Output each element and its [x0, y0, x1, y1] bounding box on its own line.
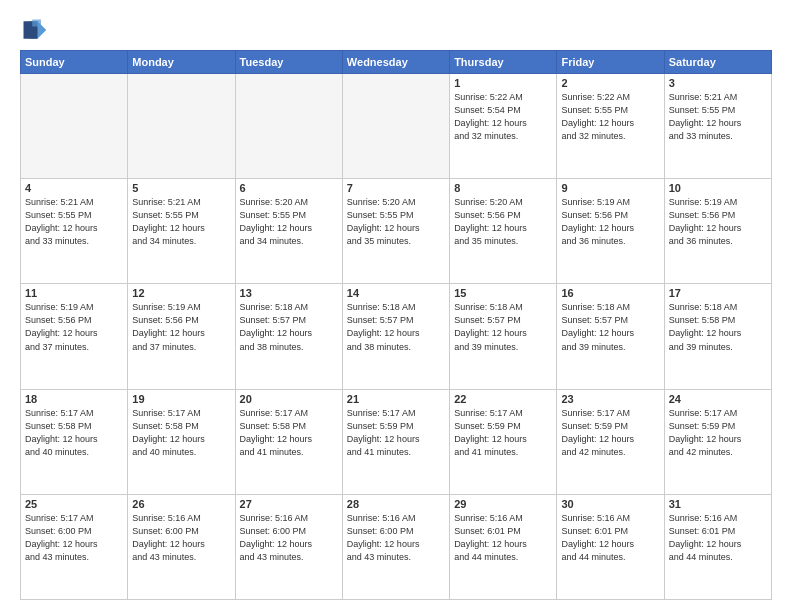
weekday-header: Tuesday	[235, 51, 342, 74]
calendar-cell	[128, 74, 235, 179]
day-number: 29	[454, 498, 552, 510]
calendar-cell: 2Sunrise: 5:22 AM Sunset: 5:55 PM Daylig…	[557, 74, 664, 179]
day-number: 17	[669, 287, 767, 299]
day-number: 1	[454, 77, 552, 89]
calendar-cell: 27Sunrise: 5:16 AM Sunset: 6:00 PM Dayli…	[235, 494, 342, 599]
calendar-week-row: 1Sunrise: 5:22 AM Sunset: 5:54 PM Daylig…	[21, 74, 772, 179]
day-number: 6	[240, 182, 338, 194]
day-number: 16	[561, 287, 659, 299]
day-number: 19	[132, 393, 230, 405]
calendar-cell: 17Sunrise: 5:18 AM Sunset: 5:58 PM Dayli…	[664, 284, 771, 389]
calendar-cell: 18Sunrise: 5:17 AM Sunset: 5:58 PM Dayli…	[21, 389, 128, 494]
day-info: Sunrise: 5:17 AM Sunset: 5:59 PM Dayligh…	[669, 407, 767, 459]
day-number: 4	[25, 182, 123, 194]
day-info: Sunrise: 5:18 AM Sunset: 5:57 PM Dayligh…	[347, 301, 445, 353]
day-number: 26	[132, 498, 230, 510]
day-number: 7	[347, 182, 445, 194]
day-info: Sunrise: 5:19 AM Sunset: 5:56 PM Dayligh…	[132, 301, 230, 353]
calendar-week-row: 11Sunrise: 5:19 AM Sunset: 5:56 PM Dayli…	[21, 284, 772, 389]
day-info: Sunrise: 5:21 AM Sunset: 5:55 PM Dayligh…	[132, 196, 230, 248]
day-number: 2	[561, 77, 659, 89]
header	[20, 16, 772, 44]
day-info: Sunrise: 5:21 AM Sunset: 5:55 PM Dayligh…	[669, 91, 767, 143]
day-info: Sunrise: 5:16 AM Sunset: 6:00 PM Dayligh…	[132, 512, 230, 564]
calendar-week-row: 18Sunrise: 5:17 AM Sunset: 5:58 PM Dayli…	[21, 389, 772, 494]
calendar-cell: 8Sunrise: 5:20 AM Sunset: 5:56 PM Daylig…	[450, 179, 557, 284]
calendar-cell: 20Sunrise: 5:17 AM Sunset: 5:58 PM Dayli…	[235, 389, 342, 494]
calendar-header-row: SundayMondayTuesdayWednesdayThursdayFrid…	[21, 51, 772, 74]
calendar-cell: 4Sunrise: 5:21 AM Sunset: 5:55 PM Daylig…	[21, 179, 128, 284]
day-number: 8	[454, 182, 552, 194]
day-info: Sunrise: 5:16 AM Sunset: 6:01 PM Dayligh…	[669, 512, 767, 564]
calendar-cell: 16Sunrise: 5:18 AM Sunset: 5:57 PM Dayli…	[557, 284, 664, 389]
calendar-cell: 12Sunrise: 5:19 AM Sunset: 5:56 PM Dayli…	[128, 284, 235, 389]
weekday-header: Thursday	[450, 51, 557, 74]
day-info: Sunrise: 5:22 AM Sunset: 5:54 PM Dayligh…	[454, 91, 552, 143]
day-number: 14	[347, 287, 445, 299]
calendar-week-row: 4Sunrise: 5:21 AM Sunset: 5:55 PM Daylig…	[21, 179, 772, 284]
day-info: Sunrise: 5:17 AM Sunset: 5:58 PM Dayligh…	[240, 407, 338, 459]
weekday-header: Monday	[128, 51, 235, 74]
calendar-cell	[21, 74, 128, 179]
day-info: Sunrise: 5:17 AM Sunset: 5:59 PM Dayligh…	[347, 407, 445, 459]
calendar-cell: 29Sunrise: 5:16 AM Sunset: 6:01 PM Dayli…	[450, 494, 557, 599]
calendar-cell: 5Sunrise: 5:21 AM Sunset: 5:55 PM Daylig…	[128, 179, 235, 284]
calendar-cell: 26Sunrise: 5:16 AM Sunset: 6:00 PM Dayli…	[128, 494, 235, 599]
calendar-cell: 14Sunrise: 5:18 AM Sunset: 5:57 PM Dayli…	[342, 284, 449, 389]
day-number: 13	[240, 287, 338, 299]
day-number: 23	[561, 393, 659, 405]
weekday-header: Saturday	[664, 51, 771, 74]
calendar-cell: 23Sunrise: 5:17 AM Sunset: 5:59 PM Dayli…	[557, 389, 664, 494]
logo-icon	[20, 16, 48, 44]
calendar-cell: 3Sunrise: 5:21 AM Sunset: 5:55 PM Daylig…	[664, 74, 771, 179]
calendar-cell: 11Sunrise: 5:19 AM Sunset: 5:56 PM Dayli…	[21, 284, 128, 389]
day-info: Sunrise: 5:21 AM Sunset: 5:55 PM Dayligh…	[25, 196, 123, 248]
day-number: 27	[240, 498, 338, 510]
day-info: Sunrise: 5:16 AM Sunset: 6:01 PM Dayligh…	[454, 512, 552, 564]
day-info: Sunrise: 5:19 AM Sunset: 5:56 PM Dayligh…	[561, 196, 659, 248]
day-info: Sunrise: 5:16 AM Sunset: 6:00 PM Dayligh…	[347, 512, 445, 564]
day-info: Sunrise: 5:18 AM Sunset: 5:58 PM Dayligh…	[669, 301, 767, 353]
svg-marker-3	[32, 20, 41, 27]
day-number: 12	[132, 287, 230, 299]
calendar-cell	[235, 74, 342, 179]
calendar-cell: 25Sunrise: 5:17 AM Sunset: 6:00 PM Dayli…	[21, 494, 128, 599]
weekday-header: Sunday	[21, 51, 128, 74]
day-info: Sunrise: 5:17 AM Sunset: 5:59 PM Dayligh…	[561, 407, 659, 459]
weekday-header: Wednesday	[342, 51, 449, 74]
day-info: Sunrise: 5:20 AM Sunset: 5:55 PM Dayligh…	[240, 196, 338, 248]
calendar-cell: 6Sunrise: 5:20 AM Sunset: 5:55 PM Daylig…	[235, 179, 342, 284]
day-info: Sunrise: 5:20 AM Sunset: 5:55 PM Dayligh…	[347, 196, 445, 248]
calendar-cell	[342, 74, 449, 179]
calendar-cell: 28Sunrise: 5:16 AM Sunset: 6:00 PM Dayli…	[342, 494, 449, 599]
calendar-week-row: 25Sunrise: 5:17 AM Sunset: 6:00 PM Dayli…	[21, 494, 772, 599]
day-info: Sunrise: 5:17 AM Sunset: 6:00 PM Dayligh…	[25, 512, 123, 564]
day-info: Sunrise: 5:17 AM Sunset: 5:58 PM Dayligh…	[25, 407, 123, 459]
day-info: Sunrise: 5:17 AM Sunset: 5:58 PM Dayligh…	[132, 407, 230, 459]
calendar-cell: 22Sunrise: 5:17 AM Sunset: 5:59 PM Dayli…	[450, 389, 557, 494]
day-info: Sunrise: 5:19 AM Sunset: 5:56 PM Dayligh…	[669, 196, 767, 248]
day-number: 21	[347, 393, 445, 405]
day-number: 3	[669, 77, 767, 89]
day-number: 5	[132, 182, 230, 194]
day-number: 20	[240, 393, 338, 405]
day-info: Sunrise: 5:16 AM Sunset: 6:00 PM Dayligh…	[240, 512, 338, 564]
calendar-cell: 21Sunrise: 5:17 AM Sunset: 5:59 PM Dayli…	[342, 389, 449, 494]
calendar-cell: 7Sunrise: 5:20 AM Sunset: 5:55 PM Daylig…	[342, 179, 449, 284]
day-info: Sunrise: 5:16 AM Sunset: 6:01 PM Dayligh…	[561, 512, 659, 564]
calendar-cell: 9Sunrise: 5:19 AM Sunset: 5:56 PM Daylig…	[557, 179, 664, 284]
page: SundayMondayTuesdayWednesdayThursdayFrid…	[0, 0, 792, 612]
calendar-table: SundayMondayTuesdayWednesdayThursdayFrid…	[20, 50, 772, 600]
calendar-cell: 31Sunrise: 5:16 AM Sunset: 6:01 PM Dayli…	[664, 494, 771, 599]
day-number: 22	[454, 393, 552, 405]
day-number: 18	[25, 393, 123, 405]
day-info: Sunrise: 5:22 AM Sunset: 5:55 PM Dayligh…	[561, 91, 659, 143]
day-info: Sunrise: 5:19 AM Sunset: 5:56 PM Dayligh…	[25, 301, 123, 353]
day-number: 15	[454, 287, 552, 299]
weekday-header: Friday	[557, 51, 664, 74]
logo	[20, 16, 52, 44]
calendar-cell: 19Sunrise: 5:17 AM Sunset: 5:58 PM Dayli…	[128, 389, 235, 494]
day-number: 24	[669, 393, 767, 405]
day-number: 11	[25, 287, 123, 299]
day-info: Sunrise: 5:17 AM Sunset: 5:59 PM Dayligh…	[454, 407, 552, 459]
